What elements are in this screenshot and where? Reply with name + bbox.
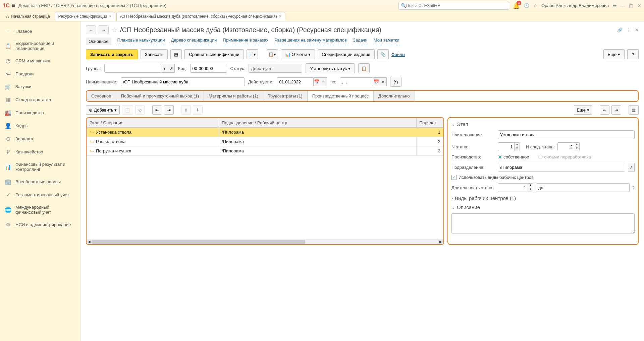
stage-section-title[interactable]: ⌄ Этап — [451, 121, 635, 127]
description-textarea[interactable] — [451, 213, 635, 233]
tab-close-icon[interactable]: × — [109, 14, 111, 19]
sidebar-item-1[interactable]: 📋Бюджетирование и планирование — [0, 38, 80, 54]
indent-left-button[interactable]: ⇤ — [152, 105, 162, 115]
table-row[interactable]: ⮑Распил ствола/Пилорама2 — [87, 137, 443, 146]
group-dropdown-icon[interactable]: ▾ — [161, 64, 168, 73]
indent-right-button[interactable]: ⇥ — [164, 105, 174, 115]
copy-small-button[interactable]: 📋 — [122, 105, 133, 115]
table-row[interactable]: ⮑Установка ствола/Пилорама1 — [87, 128, 443, 137]
menu-icon[interactable]: ☰ — [613, 3, 617, 8]
table-row[interactable]: ⮑Погрузка и сушка/Пилорама3 — [87, 146, 443, 156]
tab-close-icon[interactable]: × — [279, 14, 281, 19]
stage-num-spinner[interactable]: ▲▼ — [498, 142, 520, 151]
stage-next-spinner[interactable]: ▲▼ — [557, 142, 580, 151]
group-open-icon[interactable]: ↗ — [168, 64, 175, 73]
navlink-tasks[interactable]: Задачи — [353, 38, 368, 45]
valid-from-input[interactable] — [277, 77, 314, 86]
name-input[interactable] — [121, 77, 245, 86]
navlink-main[interactable]: Основное — [86, 38, 111, 45]
duration-unit[interactable] — [536, 183, 630, 192]
inner-tab-byproduct[interactable]: Побочный и промежуточный выход (1) — [116, 91, 204, 101]
description-section[interactable]: ⌄ Описание — [451, 204, 635, 210]
help-icon[interactable]: ? — [632, 185, 635, 190]
valid-to-input[interactable] — [340, 77, 373, 86]
sidebar-item-12[interactable]: ✓Регламентированный учет — [0, 188, 80, 201]
code-input[interactable] — [190, 64, 227, 73]
inner-tab-additional[interactable]: Дополнительно — [374, 91, 415, 101]
attach-icon-button[interactable]: 📎 — [377, 49, 389, 59]
status-extra-button[interactable]: 📋 — [358, 63, 370, 73]
sidebar-item-10[interactable]: 📊Финансовый результат и контроллинг — [0, 158, 80, 175]
save-close-button[interactable]: Записать и закрыть — [86, 49, 138, 59]
col-order[interactable]: Порядок — [417, 118, 443, 128]
more-button[interactable]: Еще ▾ — [603, 49, 625, 59]
more-small-button[interactable]: Еще ▾ — [574, 105, 592, 115]
compare-button[interactable]: Сравнить спецификации — [184, 49, 244, 59]
view-hier-button[interactable]: ⇤ — [600, 105, 609, 115]
kebab-icon[interactable]: ⋮ — [627, 27, 631, 32]
duration-spinner[interactable]: ▲▼ — [498, 183, 533, 192]
history-icon[interactable]: 🕓 — [524, 3, 529, 8]
view-detail-button[interactable]: ▤ — [629, 105, 639, 115]
delete-small-button[interactable]: ⊘ — [135, 105, 145, 115]
nav-forward-button[interactable]: → — [99, 25, 109, 34]
navlink-notes[interactable]: Мои заметки — [374, 38, 399, 45]
wc-types-section[interactable]: › Виды рабочих центров (1) — [451, 195, 635, 201]
save-button[interactable]: Записать — [141, 49, 168, 59]
clear-to-icon[interactable]: × — [380, 77, 387, 86]
broadcast-icon-button[interactable]: (•) — [390, 77, 401, 87]
notification-icon[interactable]: 🔔4 — [513, 2, 520, 9]
close-icon[interactable]: ✕ — [637, 3, 641, 8]
sidebar-item-11[interactable]: 🏢Внеоборотные активы — [0, 175, 80, 188]
radio-own[interactable]: собственное — [498, 154, 529, 159]
star-icon[interactable]: ☆ — [533, 3, 537, 8]
files-link[interactable]: Файлы — [391, 52, 405, 57]
nav-back-button[interactable]: ← — [86, 25, 96, 34]
view-list-button[interactable]: ⇥ — [611, 105, 621, 115]
sidebar-item-6[interactable]: 🏭Производство — [0, 106, 80, 119]
add-button[interactable]: ⊕ Добавить ▾ — [86, 105, 120, 115]
inner-tab-labor[interactable]: Трудозатраты (1) — [263, 91, 308, 101]
move-up-button[interactable]: ⬆ — [181, 105, 191, 115]
minimize-icon[interactable]: — — [620, 3, 625, 8]
maximize-icon[interactable]: ▢ — [629, 3, 633, 8]
sidebar-item-7[interactable]: 👤Кадры — [0, 119, 80, 132]
sidebar-item-9[interactable]: ₽Казначейство — [0, 145, 80, 158]
tab-sp-oak[interactable]: /СП Необрезанный массив дуба (Изготовлен… — [116, 12, 285, 21]
calendar-to-icon[interactable]: 📅 — [373, 77, 380, 86]
hamburger-icon[interactable]: ≡ — [11, 2, 15, 9]
use-wc-checkbox[interactable]: ✓ Использовать виды рабочих центров — [451, 175, 534, 180]
group-input[interactable] — [104, 64, 161, 73]
sidebar-item-13[interactable]: 🌐Международный финансовый учет — [0, 201, 80, 218]
search-box[interactable]: 🔍 — [398, 2, 509, 10]
close-panel-icon[interactable]: ✕ — [635, 27, 639, 32]
help-button[interactable]: ? — [627, 49, 639, 59]
navlink-calc[interactable]: Плановые калькуляции — [117, 38, 165, 45]
dept-open-icon[interactable]: ↗ — [628, 163, 635, 172]
list-icon-button[interactable]: ▤ — [170, 49, 182, 59]
navlink-materials[interactable]: Разрешения на замену материалов — [274, 38, 347, 45]
reports-button[interactable]: 📊 Отчеты ▾ — [281, 49, 315, 59]
col-dept[interactable]: Подразделение / Рабочий центр — [219, 118, 417, 128]
inner-tab-process[interactable]: Производственный процесс — [308, 91, 374, 101]
favorite-star-icon[interactable]: ☆ — [111, 26, 117, 34]
horizontal-scrollbar[interactable]: ◀▶ — [87, 240, 443, 244]
spec-product-button[interactable]: Спецификации изделия — [318, 49, 375, 59]
move-down-button[interactable]: ⬇ — [193, 105, 203, 115]
clear-from-icon[interactable]: × — [320, 77, 327, 86]
tab-resource-specs[interactable]: Ресурсные спецификации × — [55, 12, 115, 21]
search-input[interactable] — [406, 3, 507, 8]
link-icon[interactable]: 🔗 — [617, 27, 623, 32]
set-status-button[interactable]: Установить статус ▾ — [306, 63, 355, 73]
sidebar-item-3[interactable]: 🏷Продажи — [0, 67, 80, 80]
calendar-icon[interactable]: 📅 — [314, 77, 320, 86]
radio-external[interactable]: силами переработчика — [538, 154, 591, 159]
doc-dropdown-button[interactable]: 📄▾ — [247, 49, 258, 59]
sidebar-item-5[interactable]: ▦Склад и доставка — [0, 93, 80, 106]
sidebar-item-0[interactable]: ≡Главное — [0, 25, 80, 38]
navlink-tree[interactable]: Дерево спецификации — [171, 38, 217, 45]
sidebar-item-8[interactable]: ⊝Зарплата — [0, 132, 80, 145]
col-stage[interactable]: Этап / Операция — [87, 118, 219, 128]
stage-name-input[interactable] — [498, 130, 635, 139]
tab-home[interactable]: ⌂ Начальная страница — [3, 12, 53, 21]
